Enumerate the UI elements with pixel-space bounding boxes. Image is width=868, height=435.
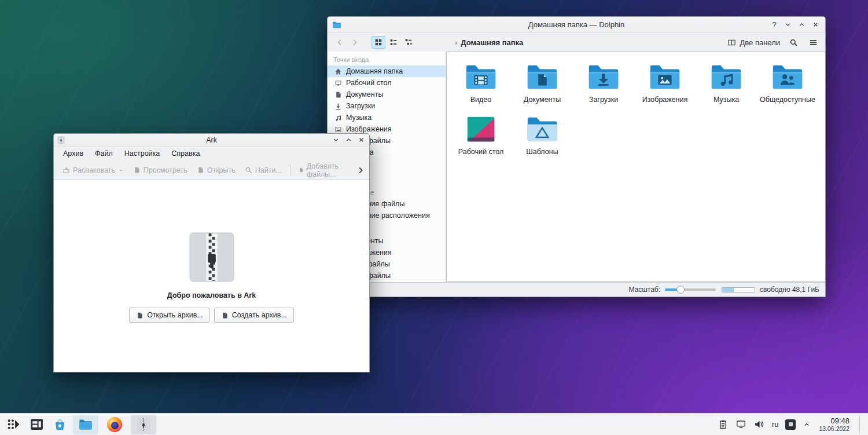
ark-content: Добро пожаловать в Ark Открыть архив... … bbox=[54, 180, 369, 372]
show-desktop-button[interactable] bbox=[859, 416, 862, 433]
firefox-icon bbox=[107, 417, 122, 432]
folder-item-templates[interactable]: Шаблоны bbox=[512, 111, 573, 163]
desktop-icon bbox=[334, 79, 342, 87]
details-view-button[interactable] bbox=[402, 36, 415, 49]
breadcrumb[interactable]: › Домашняя папка bbox=[455, 38, 523, 47]
forward-button[interactable] bbox=[348, 36, 361, 49]
folder-item-video[interactable]: Видео bbox=[450, 59, 512, 111]
icons-view-icon bbox=[374, 38, 382, 46]
menu-settings[interactable]: Настройка bbox=[119, 148, 166, 159]
preview-button[interactable]: Просмотреть bbox=[129, 163, 192, 178]
digital-clock[interactable]: 09:48 13.06.2022 bbox=[819, 416, 849, 433]
volume-icon bbox=[754, 419, 764, 429]
folder-item-documents[interactable]: Документы bbox=[512, 59, 573, 111]
toolbar-overflow-button[interactable] bbox=[356, 166, 365, 174]
clipboard-tray-button[interactable] bbox=[718, 419, 729, 430]
zoom-slider-handle[interactable] bbox=[676, 286, 685, 294]
sidebar-item-music[interactable]: Музыка bbox=[328, 112, 446, 123]
tray-expander-button[interactable] bbox=[802, 420, 811, 429]
folder-item-images[interactable]: Изображения bbox=[634, 59, 696, 111]
app-launcher-button[interactable] bbox=[3, 415, 23, 434]
document-icon bbox=[334, 91, 342, 98]
menu-archive[interactable]: Архив bbox=[57, 148, 89, 159]
back-button[interactable] bbox=[333, 36, 346, 49]
sidebar-item-desktop[interactable]: Рабочий стол bbox=[328, 77, 446, 89]
discover-launcher[interactable] bbox=[50, 415, 69, 434]
ark-window: Ark Архив Файл Настройка Справка Распако… bbox=[53, 133, 370, 372]
folder-item-public[interactable]: Общедоступные bbox=[757, 59, 818, 111]
sidebar-item-label: Изображения bbox=[346, 125, 392, 133]
find-label: Найти... bbox=[255, 166, 282, 174]
chevron-up-icon bbox=[803, 421, 810, 428]
discover-icon bbox=[53, 417, 67, 432]
download-icon bbox=[334, 103, 342, 110]
folder-item-desktop[interactable]: Рабочий стол bbox=[450, 111, 512, 163]
minimize-button[interactable] bbox=[331, 136, 340, 145]
minimize-icon bbox=[332, 136, 340, 144]
compact-view-button[interactable] bbox=[387, 36, 400, 49]
folder-label: Загрузки bbox=[589, 96, 618, 104]
extract-icon bbox=[62, 166, 70, 174]
keyboard-layout-indicator[interactable]: ru bbox=[771, 420, 779, 429]
sidebar-item-documents[interactable]: Документы bbox=[328, 89, 446, 100]
folder-desktop-icon bbox=[463, 111, 499, 147]
image-icon bbox=[334, 126, 342, 133]
add-files-button[interactable]: Добавить файлы... bbox=[295, 163, 355, 178]
create-archive-button[interactable]: Создать архив... bbox=[214, 308, 294, 323]
add-files-label: Добавить файлы... bbox=[307, 162, 351, 178]
split-view-button[interactable]: Две панели bbox=[727, 38, 780, 47]
close-button[interactable] bbox=[810, 20, 821, 30]
menu-help[interactable]: Справка bbox=[165, 148, 205, 159]
task-button-ark[interactable] bbox=[131, 415, 156, 434]
volume-tray-button[interactable] bbox=[753, 419, 765, 430]
folder-item-downloads[interactable]: Загрузки bbox=[573, 59, 634, 111]
music-icon bbox=[334, 114, 342, 122]
compact-view-icon bbox=[389, 38, 398, 46]
chevron-right-icon bbox=[356, 166, 365, 174]
search-button[interactable] bbox=[787, 36, 800, 49]
help-button[interactable]: ? bbox=[770, 20, 779, 30]
dolphin-titlebar[interactable]: Домашняя папка — Dolphin ? bbox=[328, 17, 825, 33]
folder-view[interactable]: Видео Документы Загрузки bbox=[446, 52, 825, 282]
folder-music-icon bbox=[708, 59, 744, 95]
open-icon bbox=[197, 166, 204, 174]
menu-file[interactable]: Файл bbox=[89, 148, 119, 159]
zoom-slider[interactable] bbox=[665, 286, 716, 294]
breadcrumb-label[interactable]: Домашняя папка bbox=[461, 38, 523, 47]
view-mode-group bbox=[372, 36, 415, 49]
maximize-button[interactable] bbox=[344, 136, 353, 145]
preview-icon bbox=[133, 166, 141, 174]
open-button[interactable]: Открыть bbox=[193, 163, 240, 178]
ark-toolbar: Распаковать Просмотреть Открыть Найти...… bbox=[54, 160, 369, 180]
task-button-dolphin[interactable] bbox=[73, 415, 98, 434]
sidebar-item-label: Загрузки bbox=[346, 102, 375, 110]
hamburger-menu-button[interactable] bbox=[807, 36, 819, 49]
find-button[interactable]: Найти... bbox=[241, 163, 286, 178]
icons-view-button[interactable] bbox=[372, 36, 385, 49]
home-icon bbox=[334, 68, 342, 75]
sidebar-item-home[interactable]: Домашняя папка bbox=[328, 65, 446, 77]
breadcrumb-chevron-icon[interactable]: › bbox=[455, 38, 457, 47]
close-button[interactable] bbox=[356, 136, 366, 145]
dolphin-window: Домашняя папка — Dolphin ? › Домашняя па… bbox=[327, 16, 826, 297]
ark-titlebar[interactable]: Ark bbox=[54, 134, 369, 147]
sidebar-item-downloads[interactable]: Загрузки bbox=[328, 100, 446, 112]
extract-label: Распаковать bbox=[73, 166, 115, 174]
tray-app-button[interactable] bbox=[785, 419, 796, 430]
minimize-button[interactable] bbox=[782, 20, 793, 30]
system-tray: ru 09:48 13.06.2022 bbox=[718, 416, 865, 433]
open-archive-label: Открыть архив... bbox=[147, 311, 203, 319]
folder-item-music[interactable]: Музыка bbox=[696, 59, 757, 111]
free-space-label: свободно 48,1 ГиБ bbox=[760, 286, 819, 294]
maximize-button[interactable] bbox=[796, 20, 807, 30]
folder-label: Музыка bbox=[713, 96, 739, 104]
open-archive-icon bbox=[136, 312, 144, 319]
window-list-button[interactable] bbox=[27, 415, 46, 434]
maximize-icon bbox=[345, 136, 352, 144]
find-icon bbox=[245, 166, 252, 174]
task-button-firefox[interactable] bbox=[102, 415, 127, 434]
display-tray-button[interactable] bbox=[735, 419, 747, 430]
extract-button[interactable]: Распаковать bbox=[58, 163, 128, 178]
preview-label: Просмотреть bbox=[144, 166, 187, 174]
open-archive-button[interactable]: Открыть архив... bbox=[129, 308, 210, 323]
